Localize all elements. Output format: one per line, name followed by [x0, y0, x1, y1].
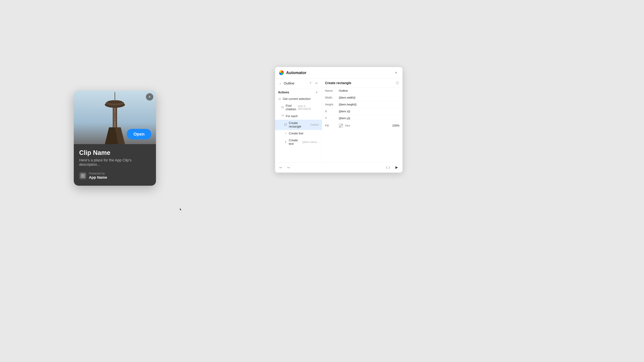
run-icon [395, 166, 398, 169]
panel-close-button[interactable]: × [394, 70, 399, 75]
create-text-sub: {{item.name... [302, 141, 319, 144]
svg-rect-7 [114, 92, 115, 102]
automator-panel: Automator × ‹ Outline ? ✏ Actions + ⊡ [275, 67, 402, 173]
fill-color-icon [339, 123, 343, 128]
clip-card-image: × Open [74, 90, 156, 144]
search-icon [281, 106, 284, 109]
panel-title: Automator [286, 70, 392, 75]
code-icon [386, 166, 390, 169]
info-button[interactable]: ? [308, 81, 313, 86]
svg-line-18 [283, 108, 284, 108]
for-each-label: For each [286, 114, 319, 118]
panel-header: Automator × [275, 67, 402, 79]
svg-rect-19 [284, 124, 286, 125]
action-item-create-line[interactable]: ✓ Create line [275, 130, 322, 137]
action-item-create-text[interactable]: T Create text {{item.name... [275, 137, 322, 147]
prop-row-name: Name [322, 87, 402, 94]
action-item-get-selection[interactable]: ⊡ Get current selection [275, 95, 322, 102]
app-name-label: App Name [89, 175, 107, 180]
run-button[interactable] [394, 165, 400, 171]
create-rectangle-label: Create rectangle [289, 121, 308, 128]
clip-card-body: Clip Name Here's a place for the App Cli… [74, 144, 156, 186]
powered-by-label: Powered by [89, 172, 107, 175]
fill-opacity: 100% [392, 124, 400, 127]
app-icon-svg [80, 173, 85, 178]
svg-point-15 [82, 174, 84, 176]
find-children-icon [281, 106, 284, 109]
clip-card: × Open Clip Name Here's a place for the … [74, 90, 156, 186]
action-item-for-each[interactable]: For each [275, 113, 322, 120]
create-text-icon: T [284, 141, 287, 143]
fill-cell-4 [341, 126, 343, 128]
fill-cell-1 [339, 124, 341, 126]
add-action-button[interactable]: + [314, 90, 319, 94]
create-rect-icon [284, 123, 287, 126]
header-icon-group: ? ✏ [308, 81, 319, 86]
undo-icon: ↩ [280, 166, 282, 170]
prop-width-input[interactable] [339, 96, 400, 99]
prop-row-x: X [322, 108, 402, 115]
action-item-create-rectangle[interactable]: Create rectangle Outline [275, 120, 322, 130]
properties-info-button[interactable]: ⓘ [396, 81, 400, 85]
create-rectangle-sub: Outline [310, 123, 319, 126]
find-children-label: Find children [286, 104, 296, 111]
code-button[interactable] [385, 165, 391, 171]
clip-open-button[interactable]: Open [127, 129, 151, 139]
prop-width-label: Width [325, 96, 337, 99]
clip-title: Clip Name [79, 149, 150, 156]
loop-icon [281, 115, 284, 117]
properties-panel: Create rectangle ⓘ Name Width Height X Y [322, 79, 402, 162]
prop-height-label: Height [325, 103, 337, 106]
automator-icon [279, 70, 284, 75]
clip-description: Here's a place for the App Clip's descri… [79, 158, 150, 167]
clip-powered-info: Powered by App Name [89, 172, 107, 180]
redo-icon: ↪ [287, 166, 290, 170]
action-item-find-children[interactable]: Find children type is INSTANCE [275, 102, 322, 113]
undo-button[interactable]: ↩ [278, 165, 284, 170]
prop-height-input[interactable] [339, 103, 400, 106]
create-line-icon: ✓ [284, 132, 287, 135]
prop-y-label: Y [325, 117, 337, 120]
panel-close-icon: × [395, 70, 397, 75]
create-line-label: Create line [289, 132, 319, 135]
for-each-icon [281, 115, 284, 118]
prop-row-width: Width [322, 94, 402, 101]
find-children-sub: type is INSTANCE [298, 105, 319, 111]
prop-name-input[interactable] [339, 89, 400, 92]
fill-cell-2 [341, 124, 343, 126]
svg-marker-20 [396, 166, 398, 169]
prop-x-input[interactable] [339, 110, 400, 113]
cursor [180, 208, 183, 211]
prop-x-label: X [325, 110, 337, 113]
properties-title: Create rectangle [325, 81, 396, 85]
prop-row-height: Height [322, 101, 402, 108]
clip-footer: Powered by App Name [79, 172, 150, 180]
panel-footer: ↩ ↪ [275, 162, 402, 173]
actions-label: Actions [278, 91, 289, 94]
rectangle-icon [284, 123, 287, 126]
close-icon: × [148, 95, 151, 99]
create-text-label: Create text [289, 139, 300, 146]
back-button[interactable]: ‹ [278, 81, 282, 85]
prop-y-input[interactable] [339, 117, 400, 120]
properties-header: Create rectangle ⓘ [322, 79, 402, 87]
panel-body: ‹ Outline ? ✏ Actions + ⊡ Get current se… [275, 79, 402, 162]
clip-app-icon [79, 172, 86, 179]
actions-panel: ‹ Outline ? ✏ Actions + ⊡ Get current se… [275, 79, 322, 162]
clip-close-button[interactable]: × [146, 93, 153, 100]
get-selection-icon: ⊡ [278, 97, 281, 100]
fill-hex-input[interactable] [345, 124, 390, 127]
actions-section-header: Actions + [275, 88, 322, 95]
prop-row-y: Y [322, 115, 402, 122]
prop-name-label: Name [325, 89, 337, 92]
prop-row-fill: Fill 100% [322, 122, 402, 130]
get-selection-label: Get current selection [283, 97, 319, 101]
svg-point-17 [282, 106, 283, 108]
fill-cell-3 [339, 126, 341, 128]
edit-button[interactable]: ✏ [314, 81, 319, 86]
redo-button[interactable]: ↪ [286, 165, 291, 170]
actions-header: ‹ Outline ? ✏ [275, 79, 322, 88]
prop-fill-label: Fill [325, 124, 337, 127]
breadcrumb-label: Outline [284, 81, 308, 85]
